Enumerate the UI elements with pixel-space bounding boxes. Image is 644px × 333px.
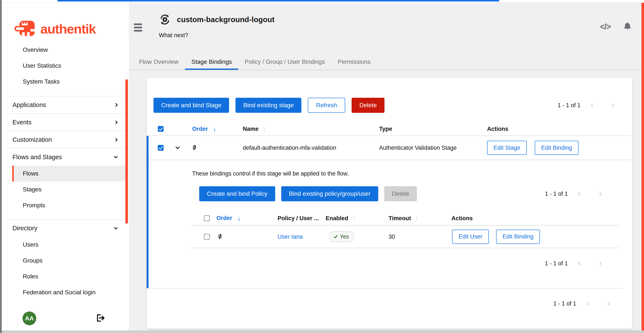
chevron-right-icon (114, 138, 118, 142)
column-timeout[interactable]: Timeout ↕ (388, 215, 418, 221)
edit-binding-button[interactable]: Edit Binding (496, 230, 540, 244)
sidebar-item-prompts[interactable]: Prompts (2, 197, 129, 213)
refresh-button[interactable]: Refresh (308, 98, 345, 113)
menu-icon[interactable] (134, 24, 142, 32)
check-icon (334, 234, 338, 238)
window-edge (0, 0, 2, 333)
column-order[interactable]: Order ↓ (216, 215, 241, 222)
edit-binding-button[interactable]: Edit Binding (535, 141, 578, 155)
tab-policy-group-user-bindings[interactable]: Policy / Group / User Bindings (238, 54, 332, 70)
stage-table-header: Order ↓ Name ↕ Type Actions (146, 122, 632, 136)
sidebar-scrollbar-thumb[interactable] (125, 80, 128, 223)
timeout-value: 30 (388, 233, 395, 240)
pagination-prev-icon[interactable] (586, 302, 590, 305)
sidebar-group-customization[interactable]: Customization (2, 131, 129, 148)
sidebar-item-user-statistics[interactable]: User Statistics (2, 58, 129, 74)
page-subtitle: What next? (159, 32, 188, 39)
sidebar-item-flows[interactable]: Flows (12, 166, 125, 182)
create-and-bind-policy-button[interactable]: Create and bind Policy (199, 186, 275, 201)
create-and-bind-stage-button[interactable]: Create and bind Stage (154, 98, 229, 113)
bottom-scroll-area[interactable] (2, 330, 644, 333)
logout-icon[interactable] (95, 313, 105, 323)
user-link[interactable]: User tana (278, 233, 303, 240)
table-row: 0 default-authentication-mfa-validation … (148, 136, 632, 160)
column-order[interactable]: Order ↓ (192, 125, 216, 133)
column-actions: Actions (487, 126, 508, 132)
sidebar-group-events[interactable]: Events (2, 114, 129, 131)
select-all-checkbox[interactable] (204, 215, 210, 221)
pagination-prev-icon[interactable] (578, 261, 582, 265)
edit-user-button[interactable]: Edit User (452, 230, 489, 244)
order-value: 0 (192, 144, 196, 151)
sidebar-item-groups[interactable]: Groups (2, 253, 129, 268)
column-name[interactable]: Name ↕ (243, 126, 266, 132)
tab-stage-bindings[interactable]: Stage Bindings (185, 54, 238, 70)
header-icons: </> (600, 22, 632, 32)
row-checkbox[interactable] (158, 145, 164, 151)
enabled-badge: Yes (329, 231, 354, 242)
pagination-next-icon[interactable] (610, 103, 614, 107)
chevron-right-icon (114, 120, 118, 124)
sidebar-group-flows-and-stages[interactable]: Flows and Stages (2, 148, 129, 166)
pagination-range: 1 - 1 of 1 (553, 300, 576, 307)
pagination-prev-icon[interactable] (578, 192, 582, 196)
bind-existing-stage-button[interactable]: Bind existing stage (236, 98, 302, 113)
column-policy-user: Policy / User ... (278, 215, 319, 221)
page-title: custom-background-logout (177, 15, 274, 24)
select-all-checkbox[interactable] (158, 126, 164, 132)
stage-toolbar: Create and bind Stage Bind existing stag… (154, 98, 384, 113)
authentik-logo-icon (14, 20, 37, 38)
loading-bar (58, 0, 499, 2)
sidebar-group-directory[interactable]: Directory (2, 220, 129, 237)
bindings-description: These bindings control if this stage wil… (192, 170, 348, 177)
sort-icon: ↕ (352, 215, 356, 221)
pagination-next-icon[interactable] (598, 261, 602, 265)
bind-existing-policy-button[interactable]: Bind existing policy/group/user (281, 186, 378, 201)
pagination-range: 1 - 1 of 1 (545, 191, 568, 197)
tab-permissions[interactable]: Permissions (331, 54, 377, 70)
sort-descending-icon: ↓ (238, 215, 241, 222)
sidebar: authentik Overview User Statistics Syste… (2, 3, 129, 330)
delete-binding-button[interactable]: Delete (384, 186, 417, 201)
sidebar-item-stages[interactable]: Stages (2, 182, 129, 197)
pagination-range: 1 - 1 of 1 (545, 260, 568, 267)
sidebar-footer: AA (22, 311, 105, 325)
main-area: custom-background-logout What next? </> … (129, 3, 642, 330)
table-row: 0 User tana Yes 30 Edit User Edit Bindin… (192, 226, 620, 248)
pagination: 1 - 1 of 1 (558, 98, 614, 113)
row-checkbox[interactable] (204, 234, 210, 239)
sidebar-item-roles[interactable]: Roles (2, 268, 129, 284)
sidebar-item-overview[interactable]: Overview (2, 42, 129, 58)
collapse-caret-icon[interactable] (176, 145, 180, 149)
sidebar-item-users[interactable]: Users (2, 237, 129, 253)
pagination-prev-icon[interactable] (590, 103, 594, 107)
column-enabled[interactable]: Enabled ↕ (326, 215, 356, 221)
sidebar-group-applications[interactable]: Applications (2, 96, 129, 113)
sort-icon: ↕ (263, 126, 266, 132)
notification-bell-icon[interactable] (623, 22, 632, 32)
api-code-icon[interactable]: </> (600, 22, 610, 31)
policy-toolbar: Create and bind Policy Bind existing pol… (199, 186, 417, 201)
chevron-down-icon (114, 226, 118, 229)
flow-process-icon (159, 14, 171, 27)
edit-stage-button[interactable]: Edit Stage (487, 141, 527, 155)
delete-stage-button[interactable]: Delete (352, 98, 384, 113)
avatar[interactable]: AA (22, 311, 36, 325)
pagination-next-icon[interactable] (606, 302, 610, 305)
pagination-next-icon[interactable] (598, 192, 602, 196)
expanded-region-border (146, 288, 622, 288)
pagination-range: 1 - 1 of 1 (558, 102, 580, 109)
policy-bindings-table: Order ↓ Policy / User ... Enabled ↕ Time… (192, 211, 620, 248)
sort-icon: ↕ (416, 215, 418, 221)
pagination: 1 - 1 of 1 (553, 296, 610, 311)
main-scrollbar-thumb[interactable] (642, 3, 644, 330)
stage-name: default-authentication-mfa-validation (243, 145, 336, 151)
column-actions: Actions (452, 215, 473, 221)
logo-wordmark: authentik (40, 21, 96, 37)
sidebar-item-federation[interactable]: Federation and Social login (2, 284, 129, 300)
app-logo[interactable]: authentik (2, 3, 129, 39)
order-value: 0 (218, 233, 222, 240)
tab-flow-overview[interactable]: Flow Overview (133, 54, 185, 70)
sidebar-item-system-tasks[interactable]: System Tasks (2, 74, 129, 90)
expanded-row-accent (146, 136, 148, 288)
